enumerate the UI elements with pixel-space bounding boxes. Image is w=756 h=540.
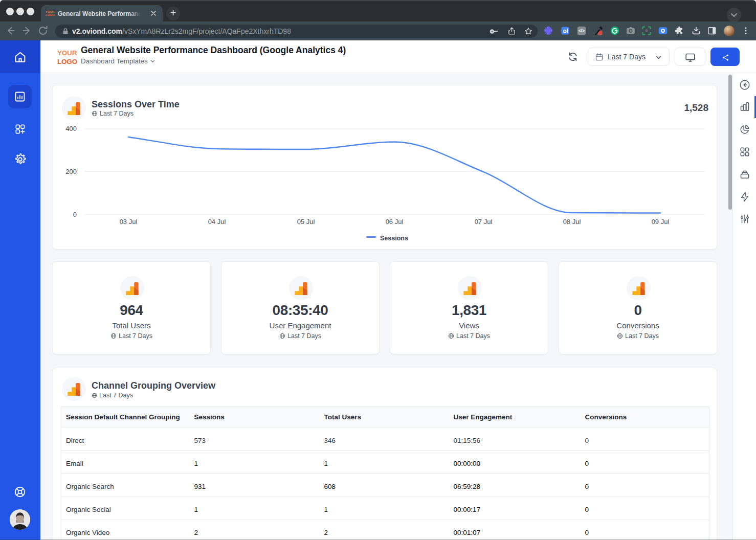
svg-text:</>: </> (579, 29, 585, 33)
svg-text:06 Jul: 06 Jul (386, 218, 404, 226)
svg-text:Sessions: Sessions (380, 235, 408, 242)
svg-text:09 Jul: 09 Jul (652, 218, 670, 226)
svg-text:200: 200 (65, 168, 77, 175)
svg-text:05 Jul: 05 Jul (297, 218, 315, 226)
svg-text:400: 400 (65, 125, 77, 132)
svg-text:0: 0 (73, 211, 77, 218)
svg-text:B: B (563, 28, 567, 34)
svg-text:07 Jul: 07 Jul (475, 218, 493, 226)
svg-text:03 Jul: 03 Jul (120, 218, 138, 226)
svg-text:04 Jul: 04 Jul (208, 218, 226, 226)
svg-text:08 Jul: 08 Jul (563, 218, 581, 226)
